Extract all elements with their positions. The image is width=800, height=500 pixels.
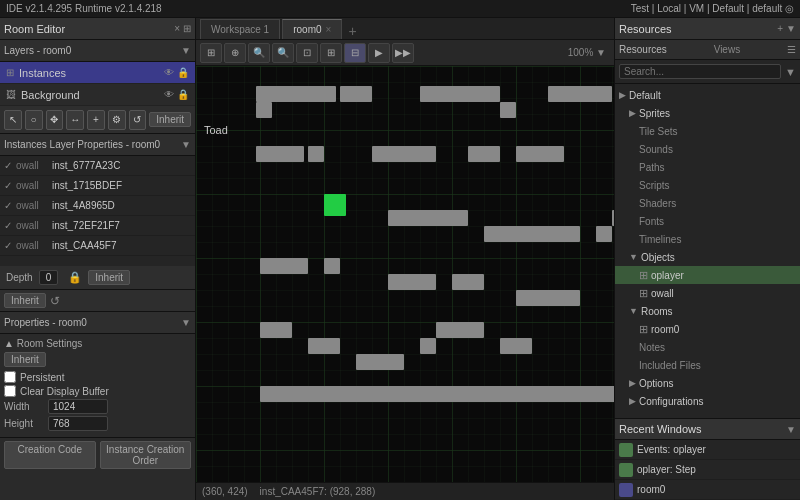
tool-refresh[interactable]: ↺ [129, 110, 147, 130]
tree-scripts[interactable]: Scripts [615, 176, 800, 194]
layer-lock-icon[interactable]: 🔒 [177, 67, 189, 78]
clear-buffer-row[interactable]: Clear Display Buffer [4, 385, 191, 397]
instance-order-btn[interactable]: Instance Creation Order [100, 441, 192, 469]
recent-room0[interactable]: room0 [615, 480, 800, 500]
resources-arrow[interactable]: ▼ [786, 23, 796, 34]
tree-default-label: Default [629, 90, 661, 101]
room-tool-grid[interactable]: ⊞ [200, 43, 222, 63]
tree-oplayer[interactable]: ⊞ oplayer [615, 266, 800, 284]
zoom-level[interactable]: 100% ▼ [568, 47, 606, 58]
tree-rooms[interactable]: ▼ Rooms [615, 302, 800, 320]
tree-tilesets[interactable]: Tile Sets [615, 122, 800, 140]
tree-options[interactable]: ▶ Options [615, 374, 800, 392]
tree-room0[interactable]: ⊞ room0 [615, 320, 800, 338]
layers-arrow[interactable]: ▼ [181, 45, 191, 56]
height-label: Height [4, 418, 44, 429]
tool-add[interactable]: + [87, 110, 105, 130]
instance-row[interactable]: ✓ owall inst_4A8965D [0, 196, 195, 216]
svg-rect-9 [500, 102, 516, 118]
instance-row[interactable]: ✓ owall inst_6777A23C [0, 156, 195, 176]
height-value[interactable]: 768 [48, 416, 108, 431]
resources-views-icon[interactable]: ☰ [787, 44, 796, 55]
properties-arrow[interactable]: ▼ [181, 317, 191, 328]
recent-arrow[interactable]: ▼ [786, 424, 796, 435]
tool-gear[interactable]: ⚙ [108, 110, 126, 130]
recent-oplayer-step[interactable]: oplayer: Step [615, 460, 800, 480]
tool-circle[interactable]: ○ [25, 110, 43, 130]
tree-owall[interactable]: ⊞ owall [615, 284, 800, 302]
depth-value[interactable]: 0 [39, 270, 59, 285]
layer-bg-eye-icon[interactable]: 👁 [164, 89, 174, 100]
tree-sprites[interactable]: ▶ Sprites [615, 104, 800, 122]
tree-shaders[interactable]: Shaders [615, 194, 800, 212]
instance-row[interactable]: ✓ owall inst_72EF21F7 [0, 216, 195, 236]
tool-lr[interactable]: ↔ [66, 110, 84, 130]
room-tool-zoom-in[interactable]: 🔍 [248, 43, 270, 63]
search-down-icon[interactable]: ▼ [785, 66, 796, 78]
svg-rect-33 [260, 386, 614, 402]
room-tool-zoom-reset[interactable]: ⊡ [296, 43, 318, 63]
tree-timelines[interactable]: Timelines [615, 230, 800, 248]
lock-icon[interactable]: 🔒 [68, 271, 82, 284]
room-editor-pin[interactable]: ⊞ [183, 23, 191, 34]
room0-label: room0 [293, 24, 321, 35]
layers-label: Layers - room0 [4, 45, 71, 56]
status-bar: (360, 424) inst_CAA45F7: (928, 288) [196, 482, 614, 500]
tree-oplayer-label: oplayer [651, 270, 684, 281]
inherit-btn[interactable]: Inherit [4, 293, 46, 308]
tree-sounds[interactable]: Sounds [615, 140, 800, 158]
tool-move[interactable]: ✥ [46, 110, 64, 130]
room-tool-layers[interactable]: ⊟ [344, 43, 366, 63]
svg-rect-3 [256, 86, 336, 102]
resources-add-btn[interactable]: + [777, 23, 783, 34]
creation-code-btn[interactable]: Creation Code [4, 441, 96, 469]
svg-rect-8 [256, 102, 272, 118]
depth-inherit-btn[interactable]: Inherit [88, 270, 130, 285]
tree-configurations[interactable]: ▶ Configurations [615, 392, 800, 410]
search-input[interactable] [619, 64, 781, 79]
toolbar-inherit-btn[interactable]: Inherit [149, 112, 191, 127]
layer-background[interactable]: 🖼 Background 👁 🔒 [0, 84, 195, 106]
layer-bg-lock-icon[interactable]: 🔒 [177, 89, 189, 100]
svg-rect-27 [260, 322, 292, 338]
props-inherit-btn[interactable]: Inherit [4, 352, 46, 367]
resources-views-label[interactable]: Views [714, 44, 741, 55]
room-tool-fast[interactable]: ▶▶ [392, 43, 414, 63]
room-tool-zoom-fit[interactable]: ⊕ [224, 43, 246, 63]
room-editor-title: Room Editor [4, 23, 65, 35]
tab-close-icon[interactable]: × [326, 24, 332, 35]
tree-paths-label: Paths [639, 162, 665, 173]
width-value[interactable]: 1024 [48, 399, 108, 414]
room-tool-zoom-out[interactable]: 🔍 [272, 43, 294, 63]
persistent-row[interactable]: Persistent [4, 371, 191, 383]
tree-notes[interactable]: Notes [615, 338, 800, 356]
room-editor-close[interactable]: × [174, 23, 180, 34]
tab-workspace1[interactable]: Workspace 1 [200, 19, 280, 39]
add-tab-btn[interactable]: + [344, 23, 360, 39]
tool-select[interactable]: ↖ [4, 110, 22, 130]
status-coords: (360, 424) [202, 486, 248, 497]
rotate-icon[interactable]: ↺ [50, 294, 60, 308]
clear-buffer-label: Clear Display Buffer [20, 386, 109, 397]
room-tool-play[interactable]: ▶ [368, 43, 390, 63]
tree-objects[interactable]: ▼ Objects [615, 248, 800, 266]
tree-paths[interactable]: Paths [615, 158, 800, 176]
layer-instances[interactable]: ⊞ Instances 👁 🔒 [0, 62, 195, 84]
inst-name-1: inst_1715BDEF [52, 180, 191, 191]
layer-eye-icon[interactable]: 👁 [164, 67, 174, 78]
recent-step-icon [619, 463, 633, 477]
room-tool-size[interactable]: ⊞ [320, 43, 342, 63]
tab-room0[interactable]: room0 × [282, 19, 342, 39]
recent-events-oplayer[interactable]: Events: oplayer [615, 440, 800, 460]
tree-tilesets-label: Tile Sets [639, 126, 678, 137]
instance-row[interactable]: ✓ owall inst_CAA45F7 [0, 236, 195, 256]
tree-default[interactable]: ▶ Default [615, 86, 800, 104]
instance-row[interactable]: ✓ owall inst_1715BDEF [0, 176, 195, 196]
instances-header-arrow[interactable]: ▼ [181, 139, 191, 150]
clear-buffer-checkbox[interactable] [4, 385, 16, 397]
persistent-checkbox[interactable] [4, 371, 16, 383]
tree-fonts[interactable]: Fonts [615, 212, 800, 230]
recent-windows-header: Recent Windows ▼ [615, 418, 800, 440]
resources-tab-label[interactable]: Resources [619, 44, 667, 55]
tree-included-files[interactable]: Included Files [615, 356, 800, 374]
